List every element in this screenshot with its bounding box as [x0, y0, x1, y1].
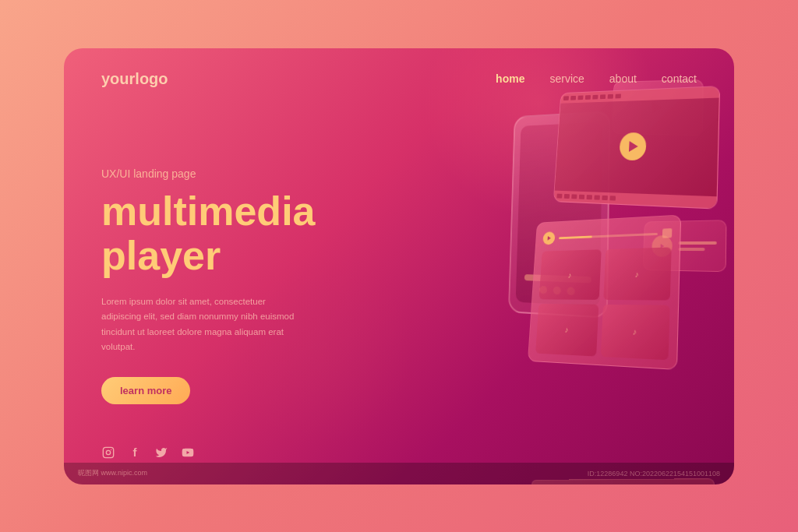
grid-cell-3: ♪ — [535, 304, 598, 357]
nav-item-home[interactable]: home — [496, 72, 524, 86]
media-card-grid: ♪ ♪ ♪ ♪ — [528, 214, 681, 370]
float-card-info — [678, 241, 717, 250]
film-hole — [585, 95, 591, 100]
film-hole — [592, 94, 598, 99]
watermark-bar: 昵图网 www.nipic.com ID:12286942 NO:2022062… — [64, 463, 734, 484]
content-area: UX/UI landing page multimedia player Lor… — [64, 88, 734, 484]
film-hole — [600, 94, 606, 99]
film-hole — [609, 196, 616, 200]
instagram-icon[interactable] — [101, 446, 115, 460]
hero-title-line2: player — [101, 233, 221, 278]
logo: yourlogo — [101, 70, 168, 88]
film-hole — [594, 195, 600, 199]
hero-subtitle: UX/UI landing page — [101, 167, 360, 180]
hero-description: Lorem ipsum dolor sit amet, consectetuer… — [101, 294, 304, 355]
svg-point-1 — [106, 450, 110, 454]
music-note-icon: ♪ — [568, 270, 572, 279]
video-thumbnail — [555, 97, 719, 196]
left-content: UX/UI landing page multimedia player Lor… — [64, 88, 360, 484]
nav-item-about[interactable]: about — [609, 72, 637, 86]
svg-rect-0 — [103, 447, 113, 457]
twitter-icon[interactable] — [154, 446, 168, 460]
nav-item-contact[interactable]: contact — [662, 72, 697, 86]
nav-item-service[interactable]: service — [549, 72, 584, 86]
hero-title-line1: multimedia — [101, 188, 316, 234]
social-icons-area: f — [101, 446, 195, 460]
music-note-icon: ♪ — [635, 270, 639, 278]
film-hole — [571, 194, 577, 199]
music-note-icon: ♪ — [633, 326, 637, 336]
film-hole — [579, 194, 584, 199]
facebook-icon[interactable]: f — [128, 446, 142, 460]
logo-bold: logo — [135, 70, 168, 87]
grid-cell-4: ♪ — [601, 304, 670, 359]
film-hole — [608, 93, 613, 98]
watermark-left: 昵图网 www.nipic.com — [78, 468, 147, 478]
film-hole — [556, 193, 562, 198]
landing-card: yourlogo home service about contact UX/U… — [64, 48, 734, 484]
film-hole — [602, 195, 608, 199]
film-hole — [564, 193, 570, 198]
play-triangle-large-icon — [629, 141, 638, 152]
grid-play-button[interactable] — [542, 231, 555, 245]
float-line — [678, 247, 704, 250]
watermark-right: ID:12286942 NO:20220622154151001108 — [588, 470, 720, 477]
grid-progress-track — [559, 232, 658, 238]
illustration-area: ♪ ♪ ♪ ♪ — [298, 65, 734, 484]
music-note-icon: ♪ — [564, 325, 568, 333]
large-play-button[interactable] — [619, 132, 647, 160]
svg-point-2 — [111, 449, 111, 449]
hero-title: multimedia player — [101, 189, 360, 278]
media-card-large — [553, 86, 720, 210]
film-hole — [587, 195, 592, 199]
navbar: yourlogo home service about contact — [64, 48, 734, 88]
float-line — [678, 241, 716, 244]
logo-prefix: your — [101, 70, 135, 87]
grid-progress-fill — [559, 235, 591, 239]
play-icon — [548, 235, 552, 240]
grid-row-1: ♪ ♪ — [539, 247, 672, 300]
film-hole — [615, 93, 621, 98]
nav-links: home service about contact — [496, 72, 697, 86]
film-hole — [570, 95, 576, 100]
film-hole — [577, 95, 583, 100]
film-hole — [563, 96, 569, 100]
learn-more-button[interactable]: learn more — [101, 377, 190, 404]
grid-row-2: ♪ ♪ — [535, 304, 669, 360]
grid-controls-row — [542, 224, 672, 247]
youtube-icon[interactable] — [181, 446, 195, 460]
grid-cell-1: ♪ — [539, 249, 602, 300]
grid-cell-2: ♪ — [603, 247, 671, 300]
grid-more-icon — [662, 228, 673, 238]
